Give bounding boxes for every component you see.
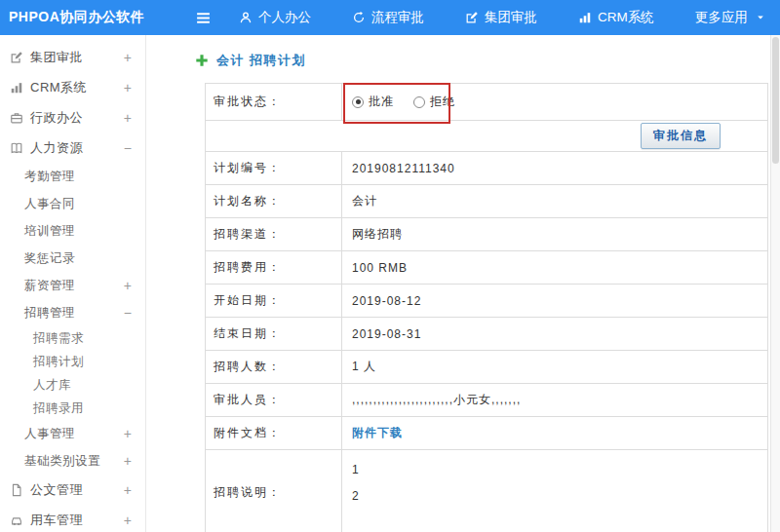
field-value-line: 2: [352, 489, 360, 503]
field-value-attachment: 附件下载: [342, 417, 767, 449]
topbar: PHPOA协同办公软件 个人办公流程审批集团审批CRM系统更多应用: [0, 0, 780, 35]
vertical-scrollbar[interactable]: [770, 35, 780, 532]
sidebar-item-label: 用车管理: [30, 512, 83, 529]
field-label-recruit-description: 招聘说明：: [206, 450, 342, 532]
sidebar-item-label: 人事合同: [24, 196, 75, 212]
briefcase-icon: [10, 111, 23, 125]
sidebar-item-label: 人才库: [33, 377, 71, 394]
radio-label: 拒绝: [430, 94, 455, 110]
sidebar-item-label: 招聘管理: [24, 305, 75, 322]
radio-option-approve[interactable]: 批准: [352, 94, 394, 110]
topnav-item-workflow-approval[interactable]: 流程审批: [352, 9, 424, 26]
topnav-item-personal-office[interactable]: 个人办公: [239, 9, 311, 26]
field-label-start-date: 开始日期：: [206, 285, 342, 317]
table-row-status: 审批状态： 批准拒绝: [206, 84, 767, 121]
sidebar-item-label: 人力资源: [30, 139, 83, 157]
collapse-icon[interactable]: −: [124, 306, 132, 320]
sidebar-item-personnel-management[interactable]: 人事管理+: [0, 420, 145, 447]
topnav-label: 集团审批: [485, 9, 537, 26]
sidebar-item-label: 集团审批: [30, 49, 83, 66]
sidebar-item-label: 奖惩记录: [24, 250, 75, 267]
field-label-plan-number: 计划编号：: [206, 152, 342, 184]
sidebar-item-document-management[interactable]: 公文管理+: [0, 475, 145, 505]
field-label-recruit-cost: 招聘费用：: [206, 251, 342, 284]
topnav-label: 个人办公: [258, 9, 311, 26]
sidebar-item-label: 招聘需求: [33, 330, 84, 347]
radio-label: 批准: [369, 94, 394, 110]
main-content: 会计 招聘计划 审批状态： 批准拒绝 审批信息 计划编号：20190812111…: [147, 35, 770, 532]
sidebar-item-base-category-settings[interactable]: 基础类别设置+: [0, 447, 145, 475]
radio-reject[interactable]: [413, 96, 425, 108]
expand-icon[interactable]: +: [124, 81, 132, 95]
table-row-plan-number: 计划编号：20190812111340: [206, 152, 767, 185]
field-label-recruit-count: 招聘人数：: [206, 351, 342, 383]
sidebar-item-administration[interactable]: 行政办公+: [0, 102, 145, 133]
sidebar-item-human-resources[interactable]: 人力资源−: [0, 133, 145, 163]
expand-icon[interactable]: +: [124, 454, 132, 468]
sidebar-item-talent-pool[interactable]: 人才库: [0, 373, 145, 397]
table-row-recruit-channel: 招聘渠道：网络招聘: [206, 218, 767, 251]
collapse-icon[interactable]: −: [124, 141, 132, 155]
radio-option-reject[interactable]: 拒绝: [413, 94, 455, 110]
edit-icon: [10, 51, 23, 64]
topnav-label: CRM系统: [598, 9, 654, 26]
topnav-item-more-apps[interactable]: 更多应用: [695, 9, 765, 26]
radio-approve-checked[interactable]: [352, 96, 364, 108]
person-icon: [239, 11, 253, 24]
top-navigation: 个人办公流程审批集团审批CRM系统更多应用: [239, 9, 765, 26]
sidebar-item-vehicle-management[interactable]: 用车管理+: [0, 505, 145, 532]
caret-down-icon: [756, 13, 765, 22]
sidebar-item-attendance[interactable]: 考勤管理: [0, 163, 145, 190]
field-value-start-date: 2019-08-12: [342, 285, 767, 317]
table-row-attachment: 附件文档：附件下载: [206, 417, 767, 450]
expand-icon[interactable]: +: [124, 51, 132, 64]
menu-button[interactable]: [195, 10, 212, 26]
topnav-item-crm-system[interactable]: CRM系统: [578, 9, 654, 26]
field-value-recruit-cost: 100 RMB: [342, 251, 767, 284]
table-row-approvers: 审批人员：,,,,,,,,,,,,,,,,,,,,,,,,小元女,,,,,,,: [206, 384, 767, 417]
attachment-download-link[interactable]: 附件下载: [352, 425, 403, 441]
sidebar-item-label: 人事管理: [24, 426, 75, 442]
sidebar-item-recruit-hiring[interactable]: 招聘录用: [0, 397, 145, 420]
sidebar-item-label: 招聘计划: [33, 354, 84, 370]
sidebar-item-label: CRM系统: [30, 79, 87, 96]
field-value-recruit-channel: 网络招聘: [342, 218, 767, 250]
expand-icon[interactable]: +: [124, 483, 132, 497]
sidebar-item-hr-contract[interactable]: 人事合同: [0, 190, 145, 217]
sidebar-item-recruit-plan[interactable]: 招聘计划: [0, 350, 145, 373]
sidebar-item-rewards-records[interactable]: 奖惩记录: [0, 245, 145, 272]
field-value-recruit-count: 1 人: [342, 351, 767, 383]
expand-icon[interactable]: +: [124, 111, 132, 125]
sidebar-item-label: 招聘录用: [33, 400, 84, 417]
sidebar-item-label: 考勤管理: [24, 169, 75, 185]
chart-icon: [578, 11, 592, 24]
sidebar-item-crm-system[interactable]: CRM系统+: [0, 72, 145, 102]
approval-info-button[interactable]: 审批信息: [641, 123, 721, 149]
sidebar-item-recruit-management[interactable]: 招聘管理−: [0, 299, 145, 326]
sidebar: 集团审批+CRM系统+行政办公+人力资源−考勤管理人事合同培训管理奖惩记录薪资管…: [0, 35, 146, 532]
expand-icon[interactable]: +: [124, 427, 132, 440]
topnav-item-group-approval[interactable]: 集团审批: [465, 9, 537, 26]
detail-table: 审批状态： 批准拒绝 审批信息 计划编号：20190812111340计划名称：…: [205, 83, 768, 532]
table-row-recruit-count: 招聘人数：1 人: [206, 351, 767, 384]
field-value-recruit-description: 12: [342, 450, 767, 532]
expand-icon[interactable]: +: [124, 513, 132, 527]
sidebar-item-group-approval[interactable]: 集团审批+: [0, 42, 145, 72]
sidebar-item-salary-management[interactable]: 薪资管理+: [0, 272, 145, 299]
expand-icon[interactable]: +: [124, 279, 132, 292]
field-label-approvers: 审批人员：: [206, 384, 342, 416]
plus-icon: [195, 54, 209, 67]
page-header: 会计 招聘计划: [195, 51, 770, 70]
table-row-end-date: 结束日期：2019-08-31: [206, 318, 767, 351]
sidebar-item-label: 基础类别设置: [24, 453, 100, 470]
scrollbar-thumb[interactable]: [772, 37, 779, 164]
table-row-recruit-description: 招聘说明：12: [206, 450, 767, 532]
topnav-label: 更多应用: [695, 9, 748, 26]
field-value-plan-number: 20190812111340: [342, 152, 767, 184]
sidebar-item-recruit-demand[interactable]: 招聘需求: [0, 326, 145, 350]
table-row-recruit-cost: 招聘费用：100 RMB: [206, 251, 767, 285]
sidebar-item-training[interactable]: 培训管理: [0, 217, 145, 245]
field-value-plan-name: 会计: [342, 185, 767, 217]
process-icon: [352, 11, 366, 24]
sidebar-item-label: 行政办公: [30, 109, 83, 127]
